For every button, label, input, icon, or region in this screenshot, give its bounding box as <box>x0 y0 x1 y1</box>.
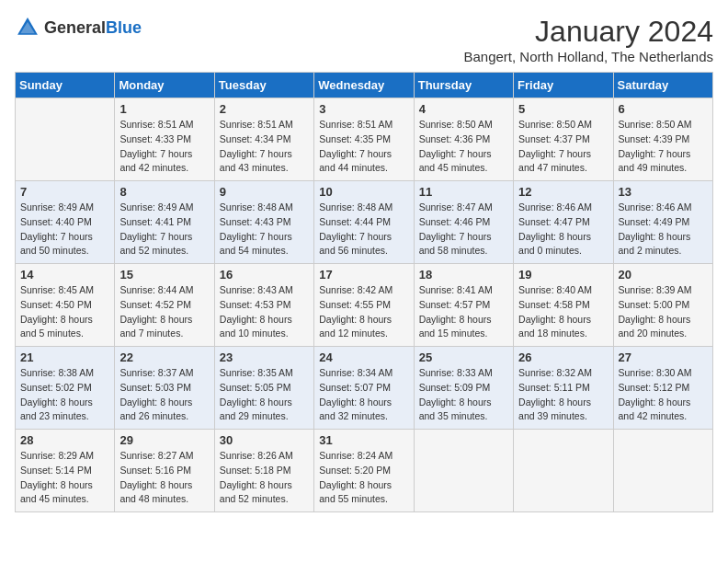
calendar-cell: 8Sunrise: 8:49 AMSunset: 4:41 PMDaylight… <box>115 181 214 264</box>
calendar-cell: 4Sunrise: 8:50 AMSunset: 4:36 PMDaylight… <box>414 98 513 181</box>
day-info: Sunrise: 8:49 AMSunset: 4:40 PMDaylight:… <box>20 201 109 259</box>
day-number: 12 <box>518 185 608 199</box>
calendar-cell: 22Sunrise: 8:37 AMSunset: 5:03 PMDayligh… <box>115 347 214 430</box>
calendar-cell: 12Sunrise: 8:46 AMSunset: 4:47 PMDayligh… <box>514 181 613 264</box>
day-number: 13 <box>619 185 708 199</box>
calendar-cell: 25Sunrise: 8:33 AMSunset: 5:09 PMDayligh… <box>414 347 513 430</box>
day-number: 10 <box>319 185 408 199</box>
day-info: Sunrise: 8:43 AMSunset: 4:53 PMDaylight:… <box>220 283 309 341</box>
day-info: Sunrise: 8:32 AMSunset: 5:11 PMDaylight:… <box>518 366 608 424</box>
day-number: 30 <box>220 433 309 447</box>
day-info: Sunrise: 8:51 AMSunset: 4:34 PMDaylight:… <box>220 118 309 176</box>
day-number: 1 <box>119 102 209 116</box>
day-info: Sunrise: 8:48 AMSunset: 4:44 PMDaylight:… <box>319 201 408 259</box>
day-number: 18 <box>419 268 508 282</box>
week-row-2: 7Sunrise: 8:49 AMSunset: 4:40 PMDaylight… <box>16 181 713 264</box>
day-info: Sunrise: 8:27 AMSunset: 5:16 PMDaylight:… <box>119 449 209 507</box>
week-row-4: 21Sunrise: 8:38 AMSunset: 5:02 PMDayligh… <box>16 347 713 430</box>
header-sunday: Sunday <box>16 73 115 98</box>
calendar-cell: 16Sunrise: 8:43 AMSunset: 4:53 PMDayligh… <box>214 264 313 347</box>
week-row-3: 14Sunrise: 8:45 AMSunset: 4:50 PMDayligh… <box>16 264 713 347</box>
day-number: 31 <box>319 433 408 447</box>
day-info: Sunrise: 8:45 AMSunset: 4:50 PMDaylight:… <box>20 283 109 341</box>
calendar-cell: 6Sunrise: 8:50 AMSunset: 4:39 PMDaylight… <box>613 98 712 181</box>
logo-text: GeneralBlue <box>44 18 142 38</box>
day-number: 15 <box>119 268 209 282</box>
calendar-table: SundayMondayTuesdayWednesdayThursdayFrid… <box>15 72 713 512</box>
calendar-cell: 31Sunrise: 8:24 AMSunset: 5:20 PMDayligh… <box>314 430 414 512</box>
day-info: Sunrise: 8:39 AMSunset: 5:00 PMDaylight:… <box>619 283 708 341</box>
header-tuesday: Tuesday <box>214 73 313 98</box>
calendar-cell <box>414 430 513 512</box>
calendar-cell: 20Sunrise: 8:39 AMSunset: 5:00 PMDayligh… <box>613 264 712 347</box>
calendar-cell: 7Sunrise: 8:49 AMSunset: 4:40 PMDaylight… <box>16 181 115 264</box>
day-number: 7 <box>20 185 109 199</box>
day-number: 22 <box>119 350 209 364</box>
calendar-cell: 23Sunrise: 8:35 AMSunset: 5:05 PMDayligh… <box>214 347 313 430</box>
header-friday: Friday <box>514 73 613 98</box>
calendar-cell: 19Sunrise: 8:40 AMSunset: 4:58 PMDayligh… <box>514 264 613 347</box>
day-number: 24 <box>319 350 408 364</box>
day-info: Sunrise: 8:33 AMSunset: 5:09 PMDaylight:… <box>419 366 508 424</box>
week-row-1: 1Sunrise: 8:51 AMSunset: 4:33 PMDaylight… <box>16 98 713 181</box>
day-info: Sunrise: 8:49 AMSunset: 4:41 PMDaylight:… <box>119 201 209 259</box>
calendar-cell: 24Sunrise: 8:34 AMSunset: 5:07 PMDayligh… <box>314 347 414 430</box>
logo-icon <box>15 15 40 40</box>
calendar-cell: 17Sunrise: 8:42 AMSunset: 4:55 PMDayligh… <box>314 264 414 347</box>
calendar-cell: 9Sunrise: 8:48 AMSunset: 4:43 PMDaylight… <box>214 181 313 264</box>
header-monday: Monday <box>115 73 214 98</box>
day-info: Sunrise: 8:47 AMSunset: 4:46 PMDaylight:… <box>419 201 508 259</box>
calendar-cell: 28Sunrise: 8:29 AMSunset: 5:14 PMDayligh… <box>16 430 115 512</box>
day-number: 17 <box>319 268 408 282</box>
calendar-cell: 18Sunrise: 8:41 AMSunset: 4:57 PMDayligh… <box>414 264 513 347</box>
day-info: Sunrise: 8:29 AMSunset: 5:14 PMDaylight:… <box>20 449 109 507</box>
day-info: Sunrise: 8:42 AMSunset: 4:55 PMDaylight:… <box>319 283 408 341</box>
day-number: 23 <box>220 350 309 364</box>
day-info: Sunrise: 8:38 AMSunset: 5:02 PMDaylight:… <box>20 366 109 424</box>
calendar-cell: 13Sunrise: 8:46 AMSunset: 4:49 PMDayligh… <box>613 181 712 264</box>
calendar-cell: 3Sunrise: 8:51 AMSunset: 4:35 PMDaylight… <box>314 98 414 181</box>
weekday-header-row: SundayMondayTuesdayWednesdayThursdayFrid… <box>16 73 713 98</box>
day-number: 2 <box>220 102 309 116</box>
title-block: January 2024 Bangert, North Holland, The… <box>463 15 713 64</box>
calendar-cell: 15Sunrise: 8:44 AMSunset: 4:52 PMDayligh… <box>115 264 214 347</box>
day-number: 20 <box>619 268 708 282</box>
calendar-cell: 2Sunrise: 8:51 AMSunset: 4:34 PMDaylight… <box>214 98 313 181</box>
day-number: 5 <box>518 102 608 116</box>
calendar-cell <box>514 430 613 512</box>
header-saturday: Saturday <box>613 73 712 98</box>
header-wednesday: Wednesday <box>314 73 414 98</box>
day-number: 3 <box>319 102 408 116</box>
day-number: 14 <box>20 268 109 282</box>
month-title: January 2024 <box>463 15 713 49</box>
location-title: Bangert, North Holland, The Netherlands <box>463 49 713 64</box>
day-info: Sunrise: 8:37 AMSunset: 5:03 PMDaylight:… <box>119 366 209 424</box>
day-info: Sunrise: 8:48 AMSunset: 4:43 PMDaylight:… <box>220 201 309 259</box>
day-number: 25 <box>419 350 508 364</box>
day-info: Sunrise: 8:46 AMSunset: 4:49 PMDaylight:… <box>619 201 708 259</box>
week-row-5: 28Sunrise: 8:29 AMSunset: 5:14 PMDayligh… <box>16 430 713 512</box>
day-number: 11 <box>419 185 508 199</box>
page-header: GeneralBlue January 2024 Bangert, North … <box>15 15 713 64</box>
day-info: Sunrise: 8:24 AMSunset: 5:20 PMDaylight:… <box>319 449 408 507</box>
day-info: Sunrise: 8:35 AMSunset: 5:05 PMDaylight:… <box>220 366 309 424</box>
calendar-cell: 26Sunrise: 8:32 AMSunset: 5:11 PMDayligh… <box>514 347 613 430</box>
day-info: Sunrise: 8:50 AMSunset: 4:39 PMDaylight:… <box>619 118 708 176</box>
day-info: Sunrise: 8:44 AMSunset: 4:52 PMDaylight:… <box>119 283 209 341</box>
day-info: Sunrise: 8:51 AMSunset: 4:33 PMDaylight:… <box>119 118 209 176</box>
calendar-cell: 30Sunrise: 8:26 AMSunset: 5:18 PMDayligh… <box>214 430 313 512</box>
calendar-cell: 14Sunrise: 8:45 AMSunset: 4:50 PMDayligh… <box>16 264 115 347</box>
calendar-cell: 29Sunrise: 8:27 AMSunset: 5:16 PMDayligh… <box>115 430 214 512</box>
day-number: 16 <box>220 268 309 282</box>
day-number: 29 <box>119 433 209 447</box>
logo-blue: Blue <box>106 18 142 37</box>
day-info: Sunrise: 8:26 AMSunset: 5:18 PMDaylight:… <box>220 449 309 507</box>
day-info: Sunrise: 8:30 AMSunset: 5:12 PMDaylight:… <box>619 366 708 424</box>
logo-general: General <box>44 18 106 37</box>
day-info: Sunrise: 8:41 AMSunset: 4:57 PMDaylight:… <box>419 283 508 341</box>
calendar-cell <box>613 430 712 512</box>
day-number: 8 <box>119 185 209 199</box>
calendar-cell: 21Sunrise: 8:38 AMSunset: 5:02 PMDayligh… <box>16 347 115 430</box>
day-info: Sunrise: 8:50 AMSunset: 4:36 PMDaylight:… <box>419 118 508 176</box>
day-info: Sunrise: 8:40 AMSunset: 4:58 PMDaylight:… <box>518 283 608 341</box>
